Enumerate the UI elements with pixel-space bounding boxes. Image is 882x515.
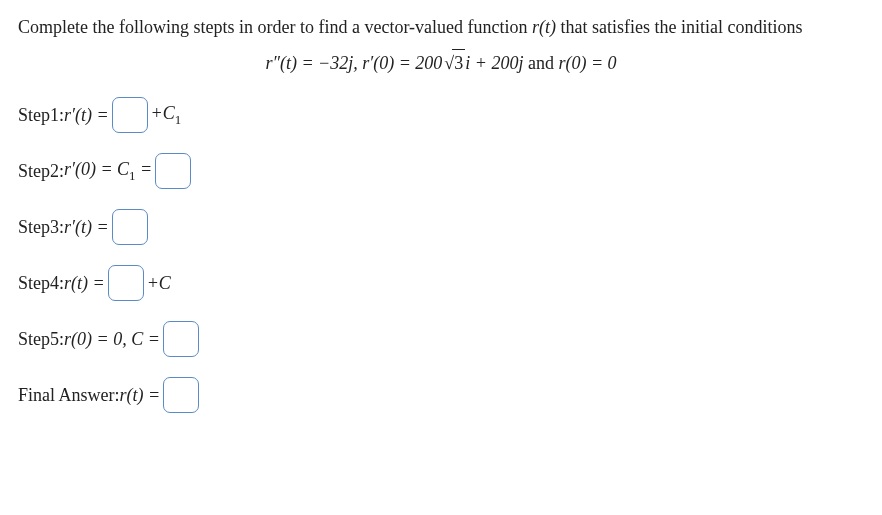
prompt-text-2: that satisfies the initial conditions bbox=[556, 17, 802, 37]
step-3: Step3: r′(t) = bbox=[18, 207, 864, 247]
step3-label: Step3: bbox=[18, 214, 64, 241]
step5-label: Step5: bbox=[18, 326, 64, 353]
cond-part1: r″(t) = −32j, r′(0) = 200 bbox=[265, 53, 442, 73]
step-2: Step2: r′(0) = C1 = bbox=[18, 151, 864, 191]
problem-statement: Complete the following stepts in order t… bbox=[18, 14, 864, 41]
initial-conditions: r″(t) = −32j, r′(0) = 200√3i + 200j and … bbox=[18, 49, 864, 77]
final-label: Final Answer: bbox=[18, 382, 120, 409]
step1-tail: +C1 bbox=[151, 100, 182, 129]
step2-lhs: r′(0) = C1 = bbox=[64, 156, 152, 185]
step1-lhs: r′(t) = bbox=[64, 102, 109, 129]
prompt-text-1: Complete the following stepts in order t… bbox=[18, 17, 532, 37]
step3-input[interactable] bbox=[112, 209, 148, 245]
step1-input[interactable] bbox=[112, 97, 148, 133]
step4-tail: +C bbox=[147, 270, 171, 297]
step-4: Step4: r(t) = +C bbox=[18, 263, 864, 303]
step-5: Step5: r(0) = 0, C = bbox=[18, 319, 864, 359]
sqrt-expression: √3 bbox=[442, 49, 465, 77]
step2-input[interactable] bbox=[155, 153, 191, 189]
cond-part3: r(0) = 0 bbox=[558, 53, 616, 73]
cond-part2: i + 200j bbox=[465, 53, 523, 73]
step4-label: Step4: bbox=[18, 270, 64, 297]
final-answer: Final Answer: r(t) = bbox=[18, 375, 864, 415]
step5-lhs: r(0) = 0, C = bbox=[64, 326, 160, 353]
step5-input[interactable] bbox=[163, 321, 199, 357]
step-1: Step1: r′(t) = +C1 bbox=[18, 95, 864, 135]
step2-label: Step2: bbox=[18, 158, 64, 185]
prompt-rt: r(t) bbox=[532, 17, 556, 37]
step3-lhs: r′(t) = bbox=[64, 214, 109, 241]
final-input[interactable] bbox=[163, 377, 199, 413]
cond-and: and bbox=[523, 53, 558, 73]
final-lhs: r(t) = bbox=[120, 382, 161, 409]
step1-label: Step1: bbox=[18, 102, 64, 129]
step4-lhs: r(t) = bbox=[64, 270, 105, 297]
step4-input[interactable] bbox=[108, 265, 144, 301]
